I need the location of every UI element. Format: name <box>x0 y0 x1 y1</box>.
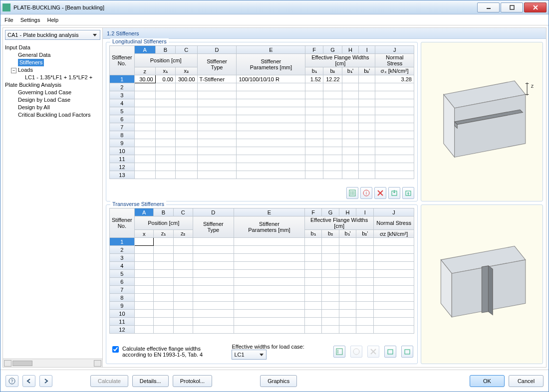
preview-longitudinal: z <box>421 42 543 201</box>
export-icon <box>404 348 411 355</box>
svg-text:i: i <box>366 191 367 196</box>
dim-z-label: z <box>531 83 534 89</box>
import-button[interactable] <box>388 187 400 199</box>
svg-text:?: ? <box>10 379 13 384</box>
app-icon <box>2 3 10 11</box>
case-combo[interactable]: CA1 - Plate buckling analysis <box>5 30 100 40</box>
export-icon <box>405 190 412 196</box>
svg-rect-19 <box>388 350 393 354</box>
help-button[interactable]: ? <box>5 375 18 387</box>
protokol-button[interactable]: Protokol... <box>173 375 213 387</box>
window-title: PLATE-BUCKLING - [Beam buckling] <box>13 4 476 10</box>
transverse-group: Transverse Stiffeners Stiffener No.ABCDE… <box>106 204 418 364</box>
next-icon <box>42 378 49 385</box>
collapse-icon[interactable]: − <box>11 68 16 73</box>
close-button[interactable] <box>524 2 547 12</box>
svg-rect-1 <box>510 5 514 9</box>
ok-button[interactable]: OK <box>470 375 505 387</box>
content: Longitudinal Stiffeners Stiffener No.ABC… <box>103 39 546 367</box>
svg-rect-20 <box>405 350 410 354</box>
case-combo-value: CA1 - Plate buckling analysis <box>7 32 78 38</box>
info-button-2 <box>350 346 362 358</box>
svg-marker-33 <box>489 266 493 315</box>
calculate-button[interactable]: Calculate <box>90 375 128 387</box>
tree-design-lc[interactable]: Design by Load Case <box>4 96 101 104</box>
efw-loadcase-value: LC1 <box>234 352 244 358</box>
preview-transverse <box>421 204 543 364</box>
library-button-2[interactable] <box>333 346 345 358</box>
tree-general-data[interactable]: General Data <box>4 51 101 59</box>
help-icon: ? <box>8 378 15 385</box>
cancel-button[interactable]: Cancel <box>509 375 544 387</box>
info-icon: i <box>363 190 370 196</box>
longitudinal-group: Longitudinal Stiffeners Stiffener No.ABC… <box>106 42 418 201</box>
scroll-thumb[interactable] <box>12 361 32 366</box>
sidebar: CA1 - Plate buckling analysis Input Data… <box>3 28 103 367</box>
window: PLATE-BUCKLING - [Beam buckling] File Se… <box>0 0 549 392</box>
import-icon <box>387 348 394 355</box>
menu-file[interactable]: File <box>4 17 13 23</box>
delete-icon <box>370 348 377 355</box>
transverse-legend: Transverse Stiffeners <box>110 201 166 207</box>
delete-icon <box>377 190 384 196</box>
maximize-button[interactable] <box>501 2 523 12</box>
tree-stiffeners[interactable]: Stiffeners <box>4 59 101 66</box>
footer: ? Calculate Details... Protokol... Graph… <box>0 370 549 392</box>
details-button[interactable]: Details... <box>132 375 169 387</box>
page-title: 1.2 Stiffeners <box>103 28 546 39</box>
scroll-right-icon[interactable] <box>94 360 101 367</box>
transverse-table[interactable]: Stiffener No.ABCDEFGHIJPosition [cm]Stif… <box>109 208 414 334</box>
nav-tree: Input Data General Data Stiffeners −Load… <box>3 42 102 359</box>
longitudinal-table[interactable]: Stiffener No.ABCDEFGHIJPosition [cm]Stif… <box>109 45 414 179</box>
menubar: File Settings Help <box>0 14 549 25</box>
library-icon <box>336 348 343 355</box>
calc-efw-input[interactable] <box>112 346 119 353</box>
calc-efw-label: Calculate effective flange widths accord… <box>122 346 203 358</box>
longitudinal-legend: Longitudinal Stiffeners <box>110 38 169 44</box>
sidebar-hscroll[interactable] <box>3 359 102 367</box>
tree-pba[interactable]: Plate Buckling Analysis <box>4 81 101 89</box>
tree-input-data[interactable]: Input Data <box>4 44 101 51</box>
export-button[interactable] <box>402 187 414 199</box>
svg-point-16 <box>353 349 359 355</box>
info-icon <box>353 348 360 355</box>
prev-icon <box>25 378 32 385</box>
menu-help[interactable]: Help <box>47 17 58 23</box>
svg-rect-14 <box>336 349 342 355</box>
info-button[interactable]: i <box>360 187 372 199</box>
delete-row-button-2 <box>367 346 379 358</box>
tree-design-all[interactable]: Design by All <box>4 104 101 111</box>
main: 1.2 Stiffeners Longitudinal Stiffeners S… <box>103 28 546 367</box>
calc-efw-checkbox[interactable]: Calculate effective flange widths accord… <box>110 346 203 358</box>
import-icon <box>391 190 398 196</box>
tree-governing[interactable]: Governing Load Case <box>4 89 101 96</box>
delete-row-button[interactable] <box>374 187 386 199</box>
svg-marker-32 <box>482 266 489 313</box>
graphics-button[interactable]: Graphics <box>260 375 297 387</box>
menu-settings[interactable]: Settings <box>20 17 40 23</box>
library-icon <box>349 190 356 196</box>
prev-button[interactable] <box>22 375 35 387</box>
import-button-2[interactable] <box>384 346 396 358</box>
body: CA1 - Plate buckling analysis Input Data… <box>2 27 547 368</box>
tree-loads[interactable]: −Loads <box>4 66 101 74</box>
scroll-left-icon[interactable] <box>4 360 11 367</box>
next-button[interactable] <box>39 375 52 387</box>
minimize-button[interactable] <box>477 2 500 12</box>
library-button[interactable] <box>346 187 358 199</box>
tree-lc1[interactable]: LC1 - 1.35*LF1 + 1.5*LF2 + <box>4 74 101 81</box>
efw-loadcase-label: Effective widths for load case: <box>232 344 304 350</box>
tree-critical[interactable]: Critical Buckling Load Factors <box>4 111 101 119</box>
efw-loadcase-combo[interactable]: LC1 <box>232 350 267 360</box>
titlebar: PLATE-BUCKLING - [Beam buckling] <box>0 0 549 14</box>
export-button-2[interactable] <box>401 346 413 358</box>
